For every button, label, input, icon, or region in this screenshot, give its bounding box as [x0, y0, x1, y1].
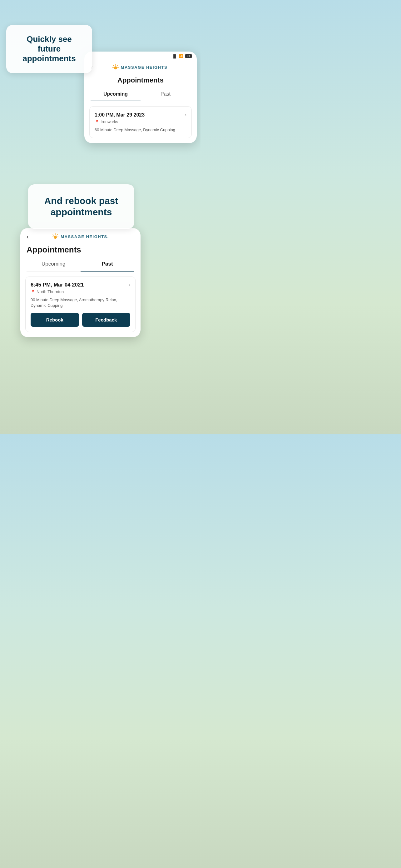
signal-icon: ▐▌ — [172, 54, 177, 58]
appointment-actions: ··· › — [176, 112, 187, 118]
appointment-header: 1:00 PM, Mar 29 2023 ··· › — [95, 112, 187, 118]
past-appointment-datetime: 6:45 PM, Mar 04 2021 — [31, 282, 84, 288]
top-headline: Quickly see future appointments — [14, 34, 84, 64]
svg-point-0 — [114, 66, 117, 69]
wifi-icon: 📶 — [179, 54, 183, 58]
svg-line-8 — [57, 234, 58, 235]
tabs-bar: Upcoming Past — [91, 88, 191, 101]
past-location-name: North Thornton — [37, 289, 64, 294]
svg-line-2 — [117, 65, 118, 66]
appointment-location: 📍 Ironworks — [95, 119, 187, 124]
chevron-right-icon[interactable]: › — [185, 112, 187, 118]
tab-past-2[interactable]: Past — [80, 257, 135, 272]
bottom-headline: And rebook past appointments — [37, 195, 125, 218]
sun-logo-icon-2 — [52, 233, 59, 240]
chevron-right-icon-2[interactable]: › — [129, 282, 130, 288]
phone-mockup-upcoming: ▐▌ 📶 97 ‹ MASSAGE HEIGHTS. Appointments … — [84, 52, 197, 143]
location-name: Ironworks — [101, 119, 118, 124]
back-button-2[interactable]: ‹ — [27, 233, 29, 240]
appointment-services: 60 Minute Deep Massage, Dynamic Cupping — [95, 127, 187, 133]
past-appointment-card[interactable]: 6:45 PM, Mar 04 2021 › 📍 North Thornton … — [25, 277, 136, 332]
past-appointment-header: 6:45 PM, Mar 04 2021 › — [31, 282, 130, 288]
top-headline-card: Quickly see future appointments — [6, 25, 92, 73]
brand-logo: MASSAGE HEIGHTS. — [112, 64, 169, 71]
more-options-button[interactable]: ··· — [176, 112, 182, 118]
phone-mockup-past: ‹ MASSAGE HEIGHTS. Appointments Upcoming… — [20, 228, 140, 337]
location-pin-icon-2: 📍 — [31, 290, 35, 294]
bottom-headline-card: And rebook past appointments — [28, 184, 134, 229]
app-header: ‹ MASSAGE HEIGHTS. — [84, 61, 197, 73]
battery-indicator: 97 — [185, 54, 192, 58]
tabs-bar-2: Upcoming Past — [27, 257, 134, 272]
past-appointment-actions: › — [129, 282, 130, 288]
tab-upcoming-2[interactable]: Upcoming — [27, 257, 80, 272]
past-appointment-location: 📍 North Thornton — [31, 289, 130, 294]
brand-name-2: MASSAGE HEIGHTS. — [61, 234, 109, 239]
svg-line-3 — [113, 65, 114, 66]
tab-upcoming[interactable]: Upcoming — [91, 88, 140, 101]
tab-past[interactable]: Past — [140, 88, 191, 101]
appointment-datetime: 1:00 PM, Mar 29 2023 — [95, 112, 144, 118]
action-buttons: Rebook Feedback — [31, 313, 130, 327]
past-appointment-services: 90 Minute Deep Massage, Aromatherapy Rel… — [31, 297, 130, 308]
sun-logo-icon — [112, 64, 119, 71]
status-bar: ▐▌ 📶 97 — [84, 52, 197, 61]
brand-logo-2: MASSAGE HEIGHTS. — [52, 233, 109, 240]
appointment-card[interactable]: 1:00 PM, Mar 29 2023 ··· › 📍 Ironworks 6… — [89, 106, 192, 138]
app-header-2: ‹ MASSAGE HEIGHTS. — [20, 228, 140, 243]
page-title: Appointments — [84, 73, 197, 88]
brand-name: MASSAGE HEIGHTS. — [121, 65, 169, 70]
svg-point-6 — [54, 236, 57, 239]
rebook-button[interactable]: Rebook — [31, 313, 79, 327]
location-pin-icon: 📍 — [95, 120, 99, 124]
feedback-button[interactable]: Feedback — [82, 313, 131, 327]
page-title-2: Appointments — [20, 243, 140, 257]
svg-line-9 — [53, 234, 54, 235]
